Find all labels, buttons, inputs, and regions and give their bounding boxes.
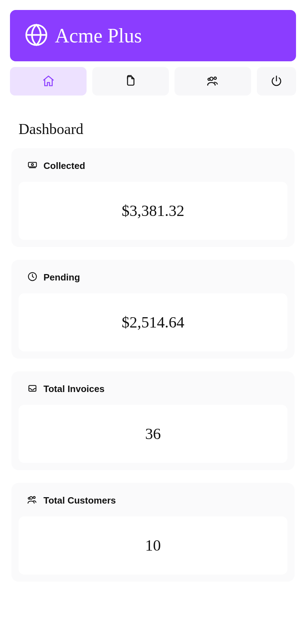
card-value-box: 10 bbox=[19, 516, 287, 575]
banknotes-icon bbox=[27, 160, 38, 172]
card-pending: Pending $2,514.64 bbox=[11, 260, 295, 359]
card-header: Collected bbox=[19, 160, 287, 172]
card-total-customers: Total Customers 10 bbox=[11, 483, 295, 582]
inbox-icon bbox=[27, 383, 38, 395]
card-collected: Collected $3,381.32 bbox=[11, 148, 295, 247]
nav-documents[interactable] bbox=[92, 67, 169, 96]
clock-icon bbox=[27, 271, 38, 283]
svg-point-5 bbox=[31, 164, 33, 166]
card-value: $3,381.32 bbox=[122, 202, 185, 220]
home-icon bbox=[42, 74, 55, 88]
card-value: 10 bbox=[145, 537, 161, 554]
nav-home[interactable] bbox=[10, 67, 87, 96]
page-title: Dashboard bbox=[19, 120, 296, 138]
svg-point-9 bbox=[28, 498, 30, 499]
users-icon bbox=[207, 74, 219, 88]
globe-icon bbox=[24, 23, 48, 48]
svg-rect-4 bbox=[28, 163, 37, 167]
svg-point-3 bbox=[208, 78, 210, 80]
svg-point-8 bbox=[33, 496, 35, 499]
top-nav bbox=[10, 67, 296, 96]
card-value-box: $2,514.64 bbox=[19, 293, 287, 351]
brand-banner: Acme Plus bbox=[10, 10, 296, 61]
svg-point-2 bbox=[214, 77, 216, 79]
card-value: 36 bbox=[145, 425, 161, 443]
card-value-box: $3,381.32 bbox=[19, 182, 287, 240]
card-label: Collected bbox=[43, 160, 85, 171]
card-value-box: 36 bbox=[19, 405, 287, 463]
brand-title: Acme Plus bbox=[55, 24, 142, 47]
card-total-invoices: Total Invoices 36 bbox=[11, 371, 295, 470]
card-value: $2,514.64 bbox=[122, 314, 185, 331]
cards-container: Collected $3,381.32 Pending $2,514.64 bbox=[10, 148, 296, 582]
card-label: Total Customers bbox=[43, 495, 116, 506]
card-header: Total Invoices bbox=[19, 383, 287, 395]
card-header: Total Customers bbox=[19, 494, 287, 506]
card-label: Total Invoices bbox=[43, 383, 104, 395]
card-label: Pending bbox=[43, 272, 80, 283]
nav-power[interactable] bbox=[257, 67, 296, 96]
documents-icon bbox=[124, 74, 137, 88]
card-header: Pending bbox=[19, 271, 287, 283]
users-icon bbox=[27, 494, 38, 506]
power-icon bbox=[270, 74, 283, 88]
nav-customers[interactable] bbox=[175, 67, 251, 96]
